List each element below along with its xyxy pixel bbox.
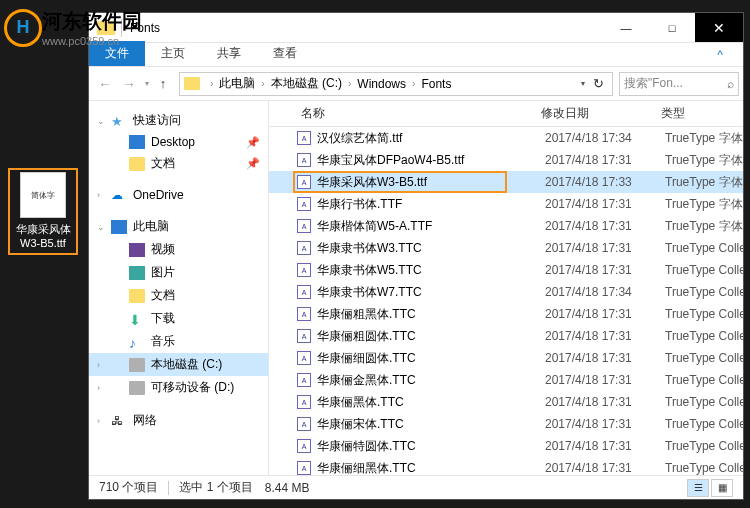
file-row[interactable]: A华康俪特圆体.TTC2017/4/18 17:31TrueType Colle… [269,435,743,457]
file-row[interactable]: A华康隶书体W5.TTC2017/4/18 17:31TrueType Coll… [269,259,743,281]
content: 名称 修改日期 类型 A汉仪综艺体简.ttf2017/4/18 17:34Tru… [269,101,743,475]
minimize-button[interactable]: — [603,13,649,42]
file-date: 2017/4/18 17:31 [545,461,665,475]
close-button[interactable]: ✕ [695,13,743,42]
chevron-down-icon[interactable]: ⌄ [97,222,105,232]
sidebar: ⌄★快速访问 Desktop📌 文档📌 ›☁OneDrive ⌄此电脑 视频 图… [89,101,269,475]
refresh-button[interactable]: ↻ [589,76,608,91]
nav-history-dropdown[interactable]: ▾ [145,79,149,88]
desktop-file-icon[interactable]: 简体字 华康采风体W3-B5.ttf [8,168,78,255]
sidebar-network[interactable]: ›🖧网络 [89,409,268,432]
view-details-button[interactable]: ☰ [687,479,709,497]
bc-windows[interactable]: Windows [357,77,406,91]
file-row[interactable]: A华康隶书体W7.TTC2017/4/18 17:34TrueType Coll… [269,281,743,303]
file-type: TrueType Collect [665,307,743,321]
search-input[interactable]: 搜索"Fon... ⌕ [619,72,739,96]
file-type: TrueType 字体文 [665,196,743,213]
file-type: TrueType Collect [665,461,743,475]
disk-icon [129,381,145,395]
file-date: 2017/4/18 17:31 [545,307,665,321]
font-file-icon: A [297,285,311,299]
font-file-icon: A [297,131,311,145]
file-row[interactable]: A华康宝风体DFPaoW4-B5.ttf2017/4/18 17:31TrueT… [269,149,743,171]
file-name: 华康隶书体W3.TTC [317,240,545,257]
sep [168,481,169,495]
nav-forward-button[interactable]: → [117,72,141,96]
file-row[interactable]: A汉仪综艺体简.ttf2017/4/18 17:34TrueType 字体文 [269,127,743,149]
sidebar-item-documents[interactable]: 文档 [89,284,268,307]
file-row[interactable]: A华康俪细圆体.TTC2017/4/18 17:31TrueType Colle… [269,347,743,369]
sidebar-item-videos[interactable]: 视频 [89,238,268,261]
sidebar-item-drive-c[interactable]: ›本地磁盘 (C:) [89,353,268,376]
tab-home[interactable]: 主页 [145,41,201,66]
font-file-icon: A [297,395,311,409]
chevron-right-icon[interactable]: › [97,416,100,426]
sidebar-item-documents[interactable]: 文档📌 [89,152,268,175]
font-file-icon: A [297,219,311,233]
file-date: 2017/4/18 17:31 [545,373,665,387]
nav-up-button[interactable]: ↑ [153,76,173,91]
file-row[interactable]: A华康俪金黑体.TTC2017/4/18 17:31TrueType Colle… [269,369,743,391]
search-icon[interactable]: ⌕ [727,77,734,91]
font-file-icon: A [297,329,311,343]
watermark: H 河东软件园 www.pc0359.cn [4,8,142,47]
chevron-right-icon[interactable]: › [261,78,264,89]
sidebar-item-music[interactable]: ♪音乐 [89,330,268,353]
file-row[interactable]: A华康俪黑体.TTC2017/4/18 17:31TrueType Collec… [269,391,743,413]
font-file-icon: A [297,351,311,365]
bc-fonts[interactable]: Fonts [421,77,451,91]
file-type: TrueType 字体文 [665,218,743,235]
chevron-right-icon[interactable]: › [348,78,351,89]
file-row[interactable]: A华康俪粗圆体.TTC2017/4/18 17:31TrueType Colle… [269,325,743,347]
chevron-right-icon[interactable]: › [97,360,100,370]
file-date: 2017/4/18 17:31 [545,153,665,167]
font-file-icon: A [297,175,311,189]
sidebar-item-pictures[interactable]: 图片 [89,261,268,284]
titlebar[interactable]: Fonts — □ ✕ [89,13,743,43]
chevron-right-icon[interactable]: › [210,78,213,89]
chevron-right-icon[interactable]: › [97,383,100,393]
tab-view[interactable]: 查看 [257,41,313,66]
bc-pc[interactable]: 此电脑 [219,75,255,92]
sidebar-quick-access[interactable]: ⌄★快速访问 [89,109,268,132]
chevron-right-icon[interactable]: › [412,78,415,89]
file-name: 华康俪金黑体.TTC [317,372,545,389]
breadcrumb[interactable]: › 此电脑 › 本地磁盘 (C:) › Windows › Fonts ▾ ↻ [179,72,613,96]
column-header-type[interactable]: 类型 [657,105,743,122]
file-row[interactable]: A华康采风体W3-B5.ttf2017/4/18 17:33TrueType 字… [269,171,743,193]
view-icons-button[interactable]: ▦ [711,479,733,497]
nav-back-button[interactable]: ← [93,72,117,96]
tab-share[interactable]: 共享 [201,41,257,66]
file-name: 华康隶书体W5.TTC [317,262,545,279]
file-row[interactable]: A华康行书体.TTF2017/4/18 17:31TrueType 字体文 [269,193,743,215]
status-size: 8.44 MB [265,481,310,495]
breadcrumb-dropdown[interactable]: ▾ [577,79,589,88]
sidebar-onedrive[interactable]: ›☁OneDrive [89,185,268,205]
sidebar-item-desktop[interactable]: Desktop📌 [89,132,268,152]
sidebar-item-drive-d[interactable]: ›可移动设备 (D:) [89,376,268,399]
file-type: TrueType Collect [665,417,743,431]
column-header-date[interactable]: 修改日期 [537,105,657,122]
download-icon: ⬇ [129,312,145,326]
file-row[interactable]: A华康楷体简W5-A.TTF2017/4/18 17:31TrueType 字体… [269,215,743,237]
sidebar-this-pc[interactable]: ⌄此电脑 [89,215,268,238]
sidebar-item-downloads[interactable]: ⬇下载 [89,307,268,330]
file-name: 华康采风体W3-B5.ttf [317,174,545,191]
file-type: TrueType Collect [665,395,743,409]
chevron-down-icon[interactable]: ⌄ [97,116,105,126]
file-list[interactable]: A汉仪综艺体简.ttf2017/4/18 17:34TrueType 字体文A华… [269,127,743,475]
font-file-icon: A [297,461,311,475]
file-row[interactable]: A华康俪粗黑体.TTC2017/4/18 17:31TrueType Colle… [269,303,743,325]
file-date: 2017/4/18 17:33 [545,175,665,189]
column-header-name[interactable]: 名称 [297,105,537,122]
bc-drive[interactable]: 本地磁盘 (C:) [271,75,342,92]
file-type: TrueType Collect [665,439,743,453]
maximize-button[interactable]: □ [649,13,695,42]
file-row[interactable]: A华康俪细黑体.TTC2017/4/18 17:31TrueType Colle… [269,457,743,475]
pictures-icon [129,266,145,280]
chevron-right-icon[interactable]: › [97,190,100,200]
file-row[interactable]: A华康俪宋体.TTC2017/4/18 17:31TrueType Collec… [269,413,743,435]
ribbon-collapse-button[interactable]: ^ [705,44,735,66]
file-row[interactable]: A华康隶书体W3.TTC2017/4/18 17:31TrueType Coll… [269,237,743,259]
font-file-icon: A [297,307,311,321]
